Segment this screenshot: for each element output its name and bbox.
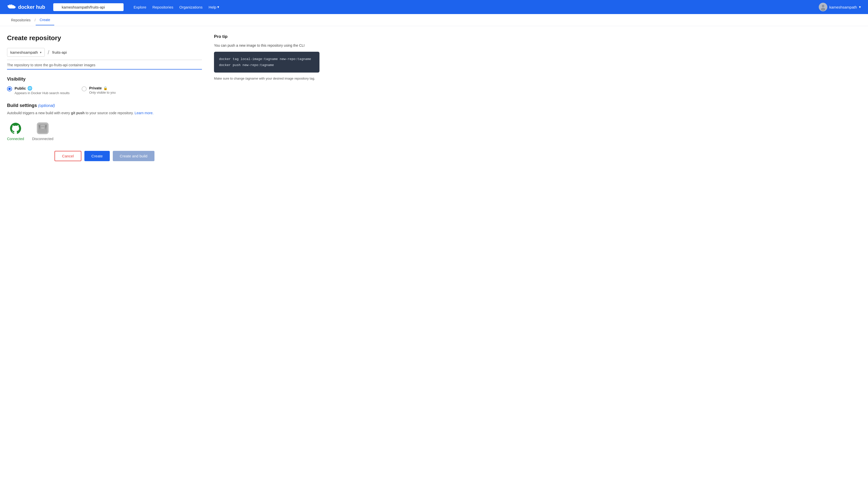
search-input[interactable] bbox=[53, 3, 124, 11]
navbar: docker hub 🔍 Explore Repositories Organi… bbox=[0, 0, 868, 14]
search-wrapper: 🔍 bbox=[53, 3, 124, 11]
breadcrumb-bar: Repositories / Create bbox=[0, 14, 868, 26]
help-chevron-icon: ▾ bbox=[217, 5, 219, 9]
bitbucket-label: Disconnected bbox=[32, 137, 54, 141]
public-radio-inner bbox=[8, 88, 11, 90]
github-label: Connected bbox=[7, 137, 24, 141]
visibility-options: Public 🌐 Appears in Docker Hub search re… bbox=[7, 86, 202, 95]
svg-rect-12 bbox=[41, 128, 44, 128]
public-desc: Appears in Docker Hub search results bbox=[14, 91, 69, 95]
private-label: Private 🔒 bbox=[89, 86, 116, 90]
description-input[interactable] bbox=[7, 61, 202, 69]
build-desc: Autobuild triggers a new build with ever… bbox=[7, 110, 202, 116]
private-radio[interactable] bbox=[82, 86, 87, 91]
repo-name-input[interactable] bbox=[52, 49, 202, 56]
logo[interactable]: docker hub bbox=[7, 2, 45, 11]
private-option-content: Private 🔒 Only visible to you bbox=[89, 86, 116, 94]
bitbucket-icon bbox=[36, 122, 49, 135]
repo-name-row: kameshsampath ▾ / bbox=[7, 48, 202, 60]
breadcrumb-repositories[interactable]: Repositories bbox=[7, 15, 35, 25]
private-desc: Only visible to you bbox=[89, 91, 116, 94]
public-option-content: Public 🌐 Appears in Docker Hub search re… bbox=[14, 86, 69, 95]
namespace-label: kameshsampath bbox=[10, 50, 38, 55]
source-providers: Connected bbox=[7, 122, 202, 141]
public-radio[interactable] bbox=[7, 86, 12, 91]
learn-more-link[interactable]: Learn more. bbox=[135, 111, 153, 115]
visibility-section: Visibility Public 🌐 Appears in Docker Hu… bbox=[7, 76, 202, 95]
main-content: Create repository kameshsampath ▾ / Visi… bbox=[0, 26, 327, 169]
globe-icon: 🌐 bbox=[27, 86, 32, 91]
code-line1: docker tag local-image:tagname new-repo:… bbox=[219, 56, 314, 62]
user-chevron-icon: ▾ bbox=[859, 5, 861, 9]
pro-tip-sidebar: Pro tip You can push a new image to this… bbox=[214, 34, 319, 161]
logo-text: docker hub bbox=[18, 4, 45, 10]
avatar bbox=[819, 3, 827, 11]
build-settings-section: Build settings (optional) Autobuild trig… bbox=[7, 103, 202, 141]
repo-slash-divider: / bbox=[48, 49, 49, 56]
code-block: docker tag local-image:tagname new-repo:… bbox=[214, 52, 319, 72]
navbar-links: Explore Repositories Organizations Help … bbox=[134, 5, 219, 9]
visibility-public-option[interactable]: Public 🌐 Appears in Docker Hub search re… bbox=[7, 86, 69, 95]
svg-point-7 bbox=[822, 5, 824, 7]
pro-tip-note: Make sure to change tagname with your de… bbox=[214, 76, 319, 81]
create-button[interactable]: Create bbox=[84, 151, 110, 161]
form-area: Create repository kameshsampath ▾ / Visi… bbox=[7, 34, 202, 161]
repositories-link[interactable]: Repositories bbox=[152, 5, 173, 9]
bitbucket-provider[interactable]: Disconnected bbox=[32, 122, 54, 141]
action-buttons: Cancel Create Create and build bbox=[7, 151, 202, 161]
pro-tip-text: You can push a new image to this reposit… bbox=[214, 43, 319, 48]
help-menu[interactable]: Help ▾ bbox=[209, 5, 219, 9]
pro-tip-title: Pro tip bbox=[214, 34, 319, 39]
create-and-build-button[interactable]: Create and build bbox=[113, 151, 154, 161]
github-provider[interactable]: Connected bbox=[7, 122, 24, 141]
docker-logo-icon bbox=[7, 2, 16, 11]
namespace-select[interactable]: kameshsampath ▾ bbox=[7, 48, 45, 57]
lock-icon: 🔒 bbox=[103, 86, 107, 90]
user-menu[interactable]: kameshsampath ▾ bbox=[819, 3, 861, 11]
explore-link[interactable]: Explore bbox=[134, 5, 147, 9]
username-label: kameshsampath bbox=[829, 5, 857, 9]
cancel-button[interactable]: Cancel bbox=[55, 151, 82, 161]
public-label: Public 🌐 bbox=[14, 86, 69, 91]
organizations-link[interactable]: Organizations bbox=[179, 5, 203, 9]
svg-point-8 bbox=[821, 8, 825, 11]
build-settings-title: Build settings (optional) bbox=[7, 103, 202, 108]
visibility-private-option[interactable]: Private 🔒 Only visible to you bbox=[82, 86, 116, 95]
breadcrumb-create[interactable]: Create bbox=[36, 15, 54, 25]
visibility-title: Visibility bbox=[7, 76, 202, 82]
namespace-chevron-icon: ▾ bbox=[40, 51, 41, 54]
page-title: Create repository bbox=[7, 34, 202, 42]
code-line2: docker push new-repo:tagname bbox=[219, 62, 314, 68]
note-italic: tagname bbox=[245, 76, 258, 80]
github-icon bbox=[9, 122, 22, 135]
help-label: Help bbox=[209, 5, 217, 9]
description-row bbox=[7, 61, 202, 69]
